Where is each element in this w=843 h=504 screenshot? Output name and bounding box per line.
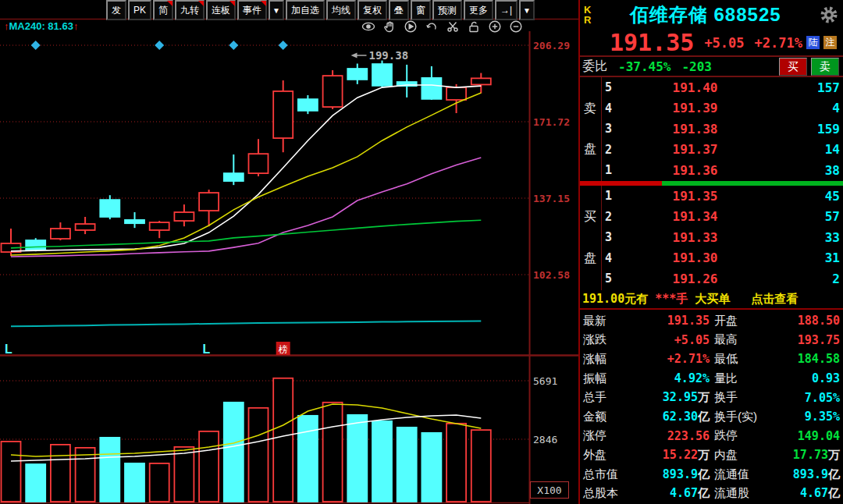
trading-app: 206.29171.72137.15102.5856912846X100199.… [0,0,843,504]
unlock-icon[interactable] [466,20,482,34]
stat-label: 振幅 [580,371,642,386]
tab-r[interactable]: R [584,15,591,25]
volume-value: 57 [759,209,843,224]
buy-book: 买盘 1191.35452191.34573191.33334191.30315… [580,186,843,290]
stat-label: 量比 [710,371,784,386]
divider [601,186,602,290]
toolbar-button-15[interactable]: ▼ [519,0,535,20]
stat-label: 开盘 [710,314,784,328]
ma-magenta [11,158,481,257]
stock-code: 688525 [713,4,781,25]
toolbar-button-12[interactable]: 预测 [432,0,462,20]
candlesticks [2,61,491,257]
stat-label: 涨幅 [580,352,642,367]
diamond-markers [31,41,288,50]
stat-value: 17.73万 [784,448,843,463]
big-order-text: ***手 [655,292,688,307]
stat-label: 金额 [580,410,642,424]
stat-label: 换手(实) [710,410,784,424]
eye-icon[interactable] [361,20,376,34]
toolbar-button-3[interactable]: 九转 [175,0,205,20]
big-order-alert[interactable]: 191.00元有 ***手 大买单 点击查看 [580,290,843,310]
price-value: 191.36 [631,163,759,178]
toolbar-button-7[interactable]: 加自选 [286,0,325,20]
toolbar-button-2[interactable]: 简 [153,0,173,20]
stat-label: 内盘 [710,448,784,463]
gear-icon[interactable] [820,5,838,24]
sell-button[interactable]: 卖 [811,58,839,76]
price-value: 191.37 [631,142,759,157]
stat-label: 总手 [580,390,642,405]
price-change-pct: +2.71% [755,35,802,51]
toolbar-button-11[interactable]: 窗 [411,0,431,20]
toolbar-button-8[interactable]: 均线 [326,0,356,20]
sell-row-3[interactable]: 3191.38159 [580,119,843,140]
volume-unit-box: X100 [531,482,569,499]
kline-volume-chart[interactable]: 206.29171.72137.15102.5856912846X100199.… [0,0,578,504]
bang-badge[interactable]: 榜 [276,342,290,355]
svg-text:137.15: 137.15 [533,193,570,204]
price-row: 191.35 +5.05 +2.71% 陆 注 [580,30,843,55]
sell-row-1[interactable]: 1191.3638 [580,160,843,181]
buy-row-5[interactable]: 5191.262 [580,268,843,289]
volume-value: 45 [759,189,843,204]
toolbar-button-9[interactable]: 复权 [357,0,387,20]
stock-panel: K R 佰维存储 688525 191.35 +5.05 +2.71% 陆 注 … [578,0,843,504]
chart-tool-strip [361,20,524,34]
stat-value: 193.75 [784,333,843,347]
up-arrow-icon: ↑ [73,20,79,32]
buy-row-4[interactable]: 4191.3031 [580,248,843,269]
undo-icon[interactable] [424,20,439,34]
toolbar: 发PK简九转连板事件▼加自选均线复权叠窗预测更多→|▼ [106,0,535,19]
toolbar-button-6[interactable]: ▼ [269,0,284,20]
sell-row-2[interactable]: 2191.3714 [580,140,843,161]
stat-value: +2.71% [642,352,710,366]
buy-row-3[interactable]: 3191.3333 [580,227,843,248]
stock-name: 佰维存储 [630,4,708,25]
price-value: 191.40 [631,80,759,95]
stat-value: 223.56 [642,429,710,443]
l-marker: L [5,343,12,356]
stat-value: 62.30亿 [642,410,710,424]
stat-label: 流通股 [710,486,784,501]
stat-label: 涨跌 [580,332,642,347]
toolbar-button-14[interactable]: →| [495,0,518,20]
stat-value: 15.22万 [642,448,710,463]
toolbar-button-1[interactable]: PK [128,0,151,20]
sell-row-5[interactable]: 5191.40157 [580,77,843,98]
svg-text:5691: 5691 [533,375,557,387]
replay-icon[interactable] [403,20,418,34]
sell-row-4[interactable]: 4191.394 [580,98,843,119]
stat-value: 0.93 [784,371,843,385]
buy-button[interactable]: 买 [779,58,807,76]
l-marker: L [203,343,211,356]
stat-value: 4.92% [642,371,710,385]
zoom-in-icon[interactable] [487,20,503,34]
stat-value: 893.9亿 [642,467,710,482]
hand-icon[interactable] [382,20,397,34]
toolbar-button-10[interactable]: 叠 [389,0,409,20]
scissors-icon[interactable] [445,20,461,34]
kr-tabs[interactable]: K R [584,5,591,25]
sell-label-char: 卖 [584,101,598,117]
big-order-text: 191.00元有 [582,292,655,307]
price-value: 191.35 [631,189,759,204]
toolbar-button-0[interactable]: 发 [106,0,126,20]
buy-row-1[interactable]: 1191.3545 [580,186,843,207]
buy-row-2[interactable]: 2191.3457 [580,207,843,228]
zoom-out-icon[interactable] [508,20,524,34]
toolbar-button-13[interactable]: 更多 [464,0,493,20]
stat-value: +5.05 [642,333,710,347]
stat-value: 32.95万 [642,390,710,405]
badge-lu[interactable]: 陆 [806,36,820,49]
weibi-row: 委比 -37.45% -203 买 卖 [580,55,843,77]
buy-label-char: 买 [584,209,598,225]
sell-label-char: 盘 [584,141,598,158]
toolbar-button-5[interactable]: 事件 [237,0,267,20]
toolbar-button-4[interactable]: 连板 [206,0,236,20]
badge-zhu[interactable]: 注 [823,36,837,49]
buy-book-label: 买盘 [584,186,598,290]
stat-row-6: 涨停223.56跌停149.04 [580,427,843,446]
volume-value: 2 [759,272,843,286]
stat-value: 893.9亿 [784,467,843,482]
